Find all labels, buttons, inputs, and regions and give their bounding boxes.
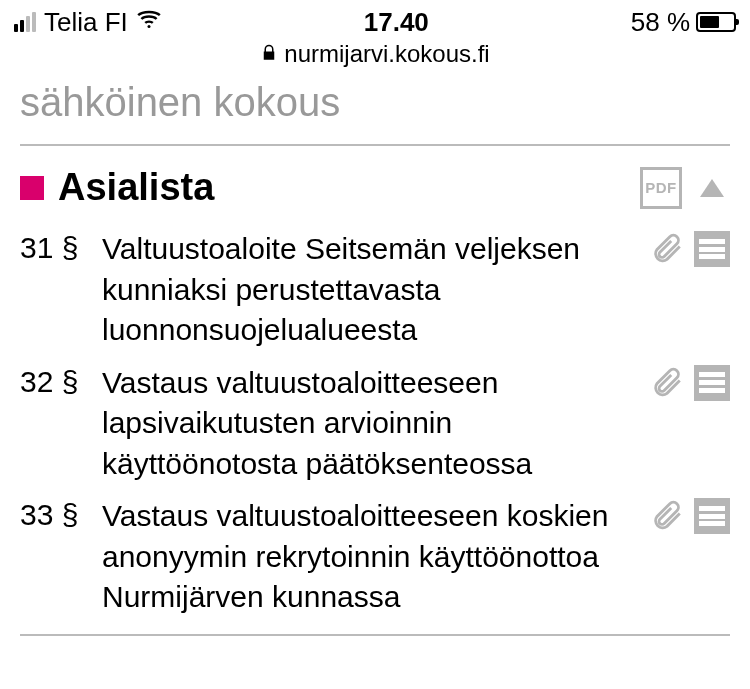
status-right: 58 % — [631, 7, 736, 38]
page-content: sähköinen kokous Asialista PDF 31 § Valt… — [0, 78, 750, 636]
section-header-left: Asialista — [20, 166, 214, 209]
agenda-item-title: Vastaus valtuustoaloitteeseen koskien an… — [102, 496, 636, 618]
attachment-icon[interactable] — [650, 498, 684, 532]
lock-icon — [260, 40, 278, 68]
agenda-item[interactable]: 31 § Valtuustoaloite Seitsemän veljeksen… — [20, 223, 730, 357]
browser-url-bar[interactable]: nurmijarvi.kokous.fi — [0, 38, 750, 78]
agenda-item-icons — [650, 363, 730, 401]
agenda-item-number: 33 § — [20, 496, 88, 532]
pdf-button[interactable]: PDF — [640, 167, 682, 209]
details-icon[interactable] — [694, 498, 730, 534]
battery-fill — [700, 16, 719, 28]
status-bar: Telia FI 17.40 58 % — [0, 0, 750, 38]
battery-percent: 58 % — [631, 7, 690, 38]
agenda-item-number: 31 § — [20, 229, 88, 265]
svg-point-0 — [147, 25, 150, 28]
cell-signal-icon — [14, 12, 36, 32]
page-title: sähköinen kokous — [20, 78, 730, 144]
wifi-icon — [136, 6, 162, 39]
attachment-icon[interactable] — [650, 365, 684, 399]
details-icon[interactable] — [694, 365, 730, 401]
agenda-item-number: 32 § — [20, 363, 88, 399]
agenda-item[interactable]: 33 § Vastaus valtuustoaloitteeseen koski… — [20, 490, 730, 624]
section-title: Asialista — [58, 166, 214, 209]
url-domain: nurmijarvi.kokous.fi — [284, 40, 489, 67]
clock: 17.40 — [364, 7, 429, 38]
agenda-item-title: Valtuustoaloite Seitsemän veljeksen kunn… — [102, 229, 636, 351]
agenda-item[interactable]: 32 § Vastaus valtuustoaloitteeseen lapsi… — [20, 357, 730, 491]
status-left: Telia FI — [14, 6, 162, 39]
agenda-item-icons — [650, 496, 730, 534]
section-header-right: PDF — [640, 167, 730, 209]
battery-icon — [696, 12, 736, 32]
divider — [20, 634, 730, 636]
collapse-toggle[interactable] — [694, 170, 730, 206]
agenda-list: 31 § Valtuustoaloite Seitsemän veljeksen… — [20, 223, 730, 634]
carrier-label: Telia FI — [44, 7, 128, 38]
agenda-item-icons — [650, 229, 730, 267]
attachment-icon[interactable] — [650, 231, 684, 265]
agenda-item-title: Vastaus valtuustoaloitteeseen lapsivaiku… — [102, 363, 636, 485]
agenda-section-header: Asialista PDF — [20, 146, 730, 223]
details-icon[interactable] — [694, 231, 730, 267]
section-bullet-icon — [20, 176, 44, 200]
